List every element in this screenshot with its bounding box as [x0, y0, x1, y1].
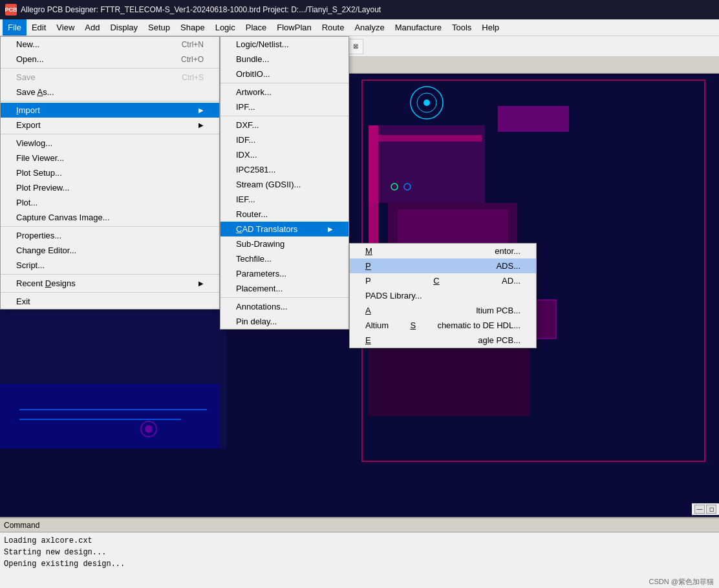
- import-ief[interactable]: IEF...: [220, 192, 349, 207]
- sep-2: [1, 101, 219, 101]
- file-viewer[interactable]: File Viewer...: [1, 151, 219, 165]
- restore-btn[interactable]: ◻: [706, 505, 716, 514]
- sep-4: [1, 226, 219, 227]
- file-properties[interactable]: Properties...: [1, 228, 219, 243]
- menu-add[interactable]: Add: [80, 19, 105, 36]
- import-placement[interactable]: Placement...: [220, 281, 349, 296]
- sep-1: [1, 68, 219, 68]
- file-plot[interactable]: Plot...: [1, 195, 219, 210]
- cad-eagle-pcb[interactable]: Eagle PCB...: [350, 333, 536, 348]
- status-text: CSDN @紫色加菲猫: [649, 578, 714, 585]
- file-viewlog[interactable]: Viewlog...: [1, 136, 219, 151]
- menu-route[interactable]: Route: [317, 19, 350, 36]
- sep-5: [1, 274, 219, 275]
- cad-pads-library[interactable]: PADS Library...: [350, 288, 536, 303]
- menu-help[interactable]: Help: [477, 19, 504, 36]
- import-parameters[interactable]: Parameters...: [220, 266, 349, 281]
- import-logic-netlist[interactable]: Logic/Netlist...: [220, 37, 349, 52]
- command-label: Command: [4, 521, 39, 530]
- import-dxf[interactable]: DXF...: [220, 118, 349, 132]
- cad-pcad[interactable]: PCAD...: [350, 273, 536, 288]
- command-line-2: Starting new design...: [4, 547, 715, 558]
- menu-manufacture[interactable]: Manufacture: [390, 19, 447, 36]
- cad-altium-pcb[interactable]: Altium PCB...: [350, 303, 536, 318]
- svg-rect-4: [498, 106, 569, 132]
- sep-3: [1, 134, 219, 134]
- menu-display[interactable]: Display: [105, 19, 143, 36]
- file-save-as[interactable]: Save As...: [1, 85, 219, 100]
- file-exit[interactable]: Exit: [1, 294, 219, 309]
- file-plot-preview[interactable]: Plot Preview...: [1, 180, 219, 195]
- menu-file[interactable]: File: [3, 19, 27, 36]
- app-title: Allegro PCB Designer: FTTR_TELECOM-S_Ver…: [21, 5, 381, 14]
- import-router[interactable]: Router...: [220, 207, 349, 222]
- cad-pads[interactable]: PADS...: [350, 258, 536, 273]
- import-pin-delay[interactable]: Pin delay...: [220, 314, 349, 329]
- menu-setup[interactable]: Setup: [143, 19, 175, 36]
- import-orbitio[interactable]: OrbitIO...: [220, 67, 349, 81]
- import-bundle[interactable]: Bundle...: [220, 52, 349, 67]
- isep-3: [220, 297, 349, 298]
- isep-1: [220, 83, 349, 83]
- file-recent-designs[interactable]: Recent Designs▶: [1, 276, 219, 291]
- cad-altium-schematic[interactable]: Altium Schematic to DE HDL...: [350, 318, 536, 333]
- svg-point-3: [424, 100, 430, 106]
- sep-6: [1, 292, 219, 293]
- menu-shape[interactable]: Shape: [175, 19, 210, 36]
- file-dropdown: New...Ctrl+N Open...Ctrl+O SaveCtrl+S Sa…: [0, 36, 220, 310]
- command-line-3: Opening existing design...: [4, 558, 715, 570]
- file-capture-canvas[interactable]: Capture Canvas Image...: [1, 210, 219, 225]
- file-change-editor[interactable]: Change Editor...: [1, 243, 219, 258]
- import-sub-drawing[interactable]: Sub-Drawing: [220, 236, 349, 251]
- menu-tools[interactable]: Tools: [447, 19, 477, 36]
- file-new[interactable]: New...Ctrl+N: [1, 37, 219, 52]
- import-techfile[interactable]: Techfile...: [220, 251, 349, 266]
- menu-view[interactable]: View: [51, 19, 80, 36]
- svg-rect-7: [378, 135, 482, 142]
- file-script[interactable]: Script...: [1, 258, 219, 273]
- menu-edit[interactable]: Edit: [27, 19, 51, 36]
- menu-bar: File Edit View Add Display Setup Shape L…: [0, 19, 719, 36]
- command-line-1: Loading axlcore.cxt: [4, 535, 715, 547]
- menu-logic[interactable]: Logic: [210, 19, 241, 36]
- import-artwork[interactable]: Artwork...: [220, 85, 349, 100]
- menu-analyze[interactable]: Analyze: [349, 19, 389, 36]
- bottom-status: CSDN @紫色加菲猫: [644, 576, 719, 588]
- toolbar-grid-3[interactable]: ⊠: [348, 39, 363, 54]
- import-stream-gdsii[interactable]: Stream (GDSII)...: [220, 177, 349, 192]
- import-cad-translators[interactable]: CAD Translators▶: [220, 222, 349, 236]
- app-icon: PCB: [5, 4, 17, 16]
- menu-flowplan[interactable]: FlowPlan: [272, 19, 316, 36]
- bottom-panel: Command Loading axlcore.cxt Starting new…: [0, 517, 719, 588]
- svg-rect-26: [0, 384, 220, 448]
- isep-2: [220, 116, 349, 116]
- minimize-btn[interactable]: —: [694, 505, 705, 514]
- file-open[interactable]: Open...Ctrl+O: [1, 52, 219, 67]
- window-controls: — ◻: [692, 503, 719, 515]
- svg-rect-6: [369, 125, 378, 255]
- file-import[interactable]: Import▶: [1, 103, 219, 118]
- file-export[interactable]: Export▶: [1, 118, 219, 132]
- title-bar: PCB Allegro PCB Designer: FTTR_TELECOM-S…: [0, 0, 719, 19]
- cad-translators-submenu: Mentor... PADS... PCAD... PADS Library..…: [349, 243, 537, 348]
- command-content: Loading axlcore.cxt Starting new design.…: [0, 532, 719, 572]
- cad-mentor[interactable]: Mentor...: [350, 244, 536, 258]
- import-submenu: Logic/Netlist... Bundle... OrbitIO... Ar…: [220, 36, 349, 330]
- import-idx[interactable]: IDX...: [220, 147, 349, 162]
- menu-place[interactable]: Place: [241, 19, 272, 36]
- import-ipf[interactable]: IPF...: [220, 100, 349, 114]
- import-idf[interactable]: IDF...: [220, 132, 349, 147]
- file-plot-setup[interactable]: Plot Setup...: [1, 165, 219, 180]
- import-annotations[interactable]: Annotations...: [220, 299, 349, 314]
- file-save: SaveCtrl+S: [1, 70, 219, 85]
- command-bar: Command: [0, 518, 719, 532]
- import-ipc2581[interactable]: IPC2581...: [220, 162, 349, 177]
